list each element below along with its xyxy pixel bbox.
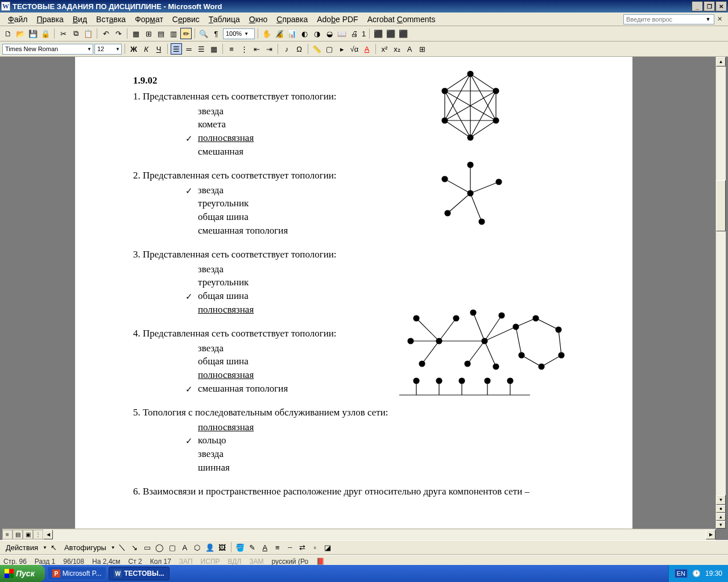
pdf-icon[interactable]: ⬛ bbox=[373, 28, 384, 39]
borders-icon[interactable]: ▢ bbox=[324, 43, 335, 55]
columns-icon[interactable]: ▥ bbox=[168, 28, 179, 39]
language-indicator[interactable]: EN bbox=[675, 569, 688, 578]
table-icon[interactable]: ▦ bbox=[130, 28, 142, 39]
underline-icon[interactable]: Ч bbox=[153, 43, 164, 55]
menu-window[interactable]: Окно bbox=[245, 14, 272, 25]
hand-icon[interactable]: ✋ bbox=[261, 28, 272, 39]
fill-color-icon[interactable]: 🪣 bbox=[234, 542, 246, 553]
line-color-icon[interactable]: ✎ bbox=[247, 542, 258, 553]
help-search[interactable]: ▼ bbox=[623, 14, 714, 24]
actions-menu[interactable]: Действия bbox=[2, 542, 42, 553]
start-button[interactable]: Пуск bbox=[0, 565, 45, 582]
close-button[interactable]: ✕ bbox=[715, 1, 727, 11]
menu-tools[interactable]: Сервис bbox=[168, 14, 204, 25]
scroll-down-icon[interactable]: ▼ bbox=[716, 495, 726, 505]
excel-icon[interactable]: ▤ bbox=[155, 28, 167, 39]
status-trk[interactable]: ИСПР bbox=[201, 558, 220, 566]
web-view-icon[interactable]: ▤ bbox=[13, 530, 23, 539]
align-center-icon[interactable]: ═ bbox=[183, 43, 195, 55]
minimize-button[interactable]: _ bbox=[692, 1, 703, 11]
save-icon[interactable]: 💾 bbox=[27, 28, 39, 39]
restore-button[interactable]: ❐ bbox=[704, 1, 715, 11]
align-right-icon[interactable]: ☰ bbox=[196, 43, 207, 55]
scroll-thumb[interactable] bbox=[716, 180, 726, 231]
scroll-right-icon[interactable]: ▶ bbox=[706, 530, 715, 539]
lock-icon[interactable]: 🔏 bbox=[274, 28, 285, 39]
read-icon[interactable]: 📖 bbox=[336, 28, 348, 39]
chart-icon[interactable]: 📊 bbox=[286, 28, 297, 39]
rect-icon[interactable]: ▭ bbox=[142, 542, 153, 553]
menu-help[interactable]: Справка bbox=[272, 14, 312, 25]
shadow-icon[interactable]: ▫ bbox=[309, 542, 321, 553]
status-lang[interactable]: русский (Ро bbox=[272, 558, 309, 566]
normal-view-icon[interactable]: ≡ bbox=[2, 530, 13, 539]
outline-view-icon[interactable]: ⋮ bbox=[33, 530, 43, 539]
menu-insert[interactable]: Вставка bbox=[92, 14, 130, 25]
menu-format[interactable]: Формат bbox=[130, 14, 168, 25]
wordart-icon[interactable]: A bbox=[179, 542, 191, 553]
taskbar-item-powerpoint[interactable]: P Microsoft P... bbox=[47, 567, 106, 580]
circle2-icon[interactable]: ◑ bbox=[311, 28, 322, 39]
decrease-indent-icon[interactable]: ⇤ bbox=[251, 43, 262, 55]
next-page-icon[interactable]: ▾ bbox=[716, 521, 726, 529]
line-icon[interactable]: ＼ bbox=[117, 542, 128, 553]
help-input[interactable] bbox=[624, 16, 704, 23]
menu-acrobat-comments[interactable]: Acrobat Comments bbox=[363, 14, 440, 25]
document-map-icon[interactable]: 🔍 bbox=[198, 28, 209, 39]
pdf-review-icon[interactable]: ⬛ bbox=[398, 28, 409, 39]
pdf-mail-icon[interactable]: ⬛ bbox=[385, 28, 396, 39]
vertical-scrollbar[interactable]: ▲ ▼ ● ▴ ▾ bbox=[715, 57, 726, 529]
browse-object-icon[interactable]: ● bbox=[716, 505, 726, 513]
music-icon[interactable]: ♪ bbox=[281, 43, 292, 55]
scroll-up-icon[interactable]: ▲ bbox=[716, 57, 726, 66]
zoom-combo[interactable]: 100%▼ bbox=[223, 28, 255, 39]
triangle-icon[interactable]: ▸ bbox=[336, 43, 348, 55]
ruler-icon[interactable]: 📏 bbox=[311, 43, 322, 55]
font-color-icon[interactable]: A bbox=[361, 43, 373, 55]
chevron-down-icon[interactable]: ▼ bbox=[704, 16, 713, 22]
bullets-icon[interactable]: ⋮ bbox=[238, 43, 250, 55]
status-rec[interactable]: ЗАП bbox=[179, 558, 193, 566]
font-color2-icon[interactable]: A bbox=[259, 542, 271, 553]
arrow-icon[interactable]: ↘ bbox=[129, 542, 140, 553]
sub-icon[interactable]: x₂ bbox=[391, 43, 403, 55]
line-style-icon[interactable]: ≡ bbox=[272, 542, 283, 553]
cut-icon[interactable]: ✂ bbox=[57, 28, 69, 39]
bold-icon[interactable]: Ж bbox=[128, 43, 139, 55]
open-icon[interactable]: 📂 bbox=[15, 28, 26, 39]
menu-view[interactable]: Вид bbox=[68, 14, 92, 25]
print-icon[interactable]: 🖨 bbox=[349, 28, 360, 39]
autoshapes-menu[interactable]: Автофигуры bbox=[61, 542, 110, 553]
copy-icon[interactable]: ⧉ bbox=[70, 28, 81, 39]
diagram-org-icon[interactable]: ⬡ bbox=[192, 542, 203, 553]
equation-icon[interactable]: √α bbox=[349, 43, 360, 55]
circle3-icon[interactable]: ◒ bbox=[324, 28, 335, 39]
styles-icon[interactable]: A bbox=[404, 43, 415, 55]
tray-icon[interactable]: 🕑 bbox=[692, 569, 701, 577]
grid-icon[interactable]: ⊞ bbox=[416, 43, 428, 55]
prev-page-icon[interactable]: ▴ bbox=[716, 513, 726, 521]
picture-icon[interactable]: 🖼 bbox=[217, 542, 228, 553]
oval-icon[interactable]: ◯ bbox=[154, 542, 166, 553]
align-left-icon[interactable]: ☰ bbox=[171, 43, 182, 55]
italic-icon[interactable]: К bbox=[140, 43, 152, 55]
3d-icon[interactable]: ◪ bbox=[322, 542, 333, 553]
increase-indent-icon[interactable]: ⇥ bbox=[263, 43, 275, 55]
textbox-icon[interactable]: ▢ bbox=[167, 542, 178, 553]
circle1-icon[interactable]: ◐ bbox=[299, 28, 310, 39]
book-icon[interactable]: 📕 bbox=[316, 558, 325, 566]
status-ext[interactable]: ВДЛ bbox=[228, 558, 242, 566]
numbering-icon[interactable]: ≡ bbox=[226, 43, 237, 55]
dash-style-icon[interactable]: ┄ bbox=[284, 542, 296, 553]
print-view-icon[interactable]: ▣ bbox=[23, 530, 33, 539]
permission-icon[interactable]: 🔒 bbox=[40, 28, 51, 39]
paste-icon[interactable]: 📋 bbox=[82, 28, 94, 39]
select-arrow-icon[interactable]: ↖ bbox=[48, 542, 60, 553]
font-combo[interactable]: Times New Roman▼ bbox=[2, 44, 93, 55]
status-ovr[interactable]: ЗАМ bbox=[249, 558, 263, 566]
redo-icon[interactable]: ↷ bbox=[113, 28, 124, 39]
arrow-style-icon[interactable]: ⇄ bbox=[297, 542, 308, 553]
taskbar-item-word[interactable]: W ТЕСТОВЫ... bbox=[109, 567, 169, 580]
drawing-icon[interactable]: ✏ bbox=[180, 28, 192, 39]
menu-edit[interactable]: Правка bbox=[32, 14, 68, 25]
